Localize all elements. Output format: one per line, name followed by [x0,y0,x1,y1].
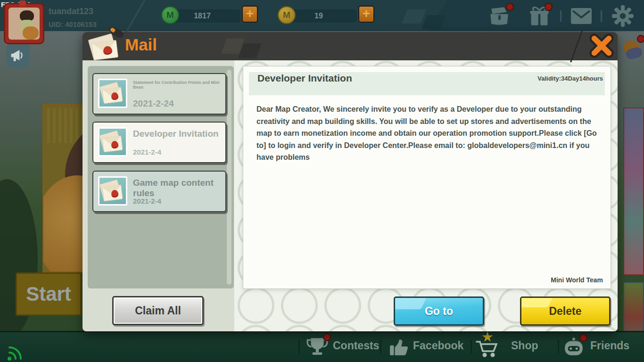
mail-item-date: 2021-2-4 [133,197,161,205]
wax-seal [111,140,118,148]
announcement-button[interactable] [7,44,29,67]
thumbs-up-icon [388,337,410,357]
notification-dot [637,35,644,43]
nav-divider [471,340,472,354]
mail-item-date: 2021-2-4 [133,148,161,156]
claim-all-label: Claim All [135,304,181,317]
notification-dot [579,334,587,342]
mailbox-button[interactable] [570,8,592,25]
player-uid: UID: 40106153 [49,20,97,28]
delete-label: Delete [549,305,581,318]
network-signal-icon [5,345,25,362]
mail-list-panel: Statement for Contribution Points and Mi… [88,66,234,288]
megaphone-icon [10,48,26,64]
player-avatar[interactable] [4,3,44,44]
close-icon [587,31,616,60]
mail-item-date: 2021-2-24 [133,99,174,109]
supply-chest-button[interactable] [487,6,511,26]
avatar-frame-knot [19,0,26,6]
top-hud-bar: FPS:69.9 tuandat123 UID: 40106153 1817 M… [0,0,644,31]
contests-button[interactable] [305,336,329,360]
event-flower-icon[interactable] [621,36,643,60]
dialog-title: Mail [125,35,157,54]
mail-icon [570,8,592,25]
mail-list-item-2-selected[interactable]: Developer Invitation 2021-2-4 [92,122,226,163]
topbar-divider [560,10,561,22]
claim-all-button[interactable]: Claim All [112,296,204,325]
mail-dialog-header: Mail [83,32,618,60]
bottom-nav-bar: Contests Facebook Shop [0,331,644,362]
goto-label: Go to [425,305,453,318]
shop-label[interactable]: Shop [511,339,538,352]
notification-dot [545,3,553,11]
mail-thumbnail [98,176,127,206]
plus-icon: + [246,6,254,21]
goto-button[interactable]: Go to [394,296,484,326]
mail-item-title: Statement for Contribution Points and Mi… [133,80,223,90]
shop-button[interactable] [474,336,500,361]
start-button[interactable]: Start [16,272,82,316]
gear-icon [611,4,635,28]
header-deco-line [570,31,583,63]
mail-validity: Validity:34Day14hours [537,75,603,82]
mail-envelope-icon [88,32,122,63]
plus-icon: + [363,6,370,21]
delete-button[interactable]: Delete [520,296,611,326]
friends-button[interactable] [562,337,586,360]
mail-thumbnail [98,127,127,156]
mail-list-item-3[interactable]: Game map content rules 2021-2-4 [92,171,226,212]
coins-coin-icon: M [278,6,296,24]
close-button[interactable] [584,30,619,61]
nav-divider [380,340,381,354]
mail-detail-card: Developer Invitation Validity:34Day14hou… [243,66,611,289]
coin-letter: M [166,10,174,20]
notification-dot [506,3,514,11]
add-mini-beans-button[interactable]: + [242,6,258,23]
player-name: tuandat123 [49,7,93,16]
coin-letter: M [283,10,290,20]
facebook-button[interactable] [388,337,410,359]
mail-list-item-1[interactable]: Statement for Contribution Points and Mi… [92,73,226,115]
wax-seal [111,189,118,197]
mail-body-text: Dear Map Creator, We sincerely invite yo… [256,103,602,164]
settings-button[interactable] [611,4,635,28]
topbar-deco-slash [125,0,146,33]
mail-list-scrollbar[interactable] [227,70,231,285]
avatar-portrait [8,8,40,40]
mail-item-title: Game map content rules [133,178,223,198]
mail-signature: Mini World Team [551,276,603,284]
facebook-label[interactable]: Facebook [413,339,463,352]
gift-button[interactable] [528,5,551,27]
nav-divider [558,340,559,354]
mail-thumbnail [98,79,127,108]
topbar-divider [601,10,602,22]
start-button-label: Start [26,283,71,305]
mail-dialog: Mail [83,32,618,331]
mail-detail-title: Developer Invitation [257,73,352,84]
event-banner-1[interactable] [623,107,644,275]
wax-seal [111,92,118,100]
nav-divider [298,340,300,354]
topbar-deco-diamond [402,9,426,24]
add-coins-button[interactable]: + [358,6,374,23]
contests-label[interactable]: Contests [333,339,379,352]
friends-label[interactable]: Friends [590,339,629,352]
avatar-ox-deco [23,26,39,40]
mini-beans-coin-icon: M [161,6,179,24]
notification-dot [323,333,331,341]
mail-item-title: Developer Invitation [133,129,223,139]
game-screen: Start FPS:69.9 tuandat123 UID: 40106153 [0,0,644,362]
